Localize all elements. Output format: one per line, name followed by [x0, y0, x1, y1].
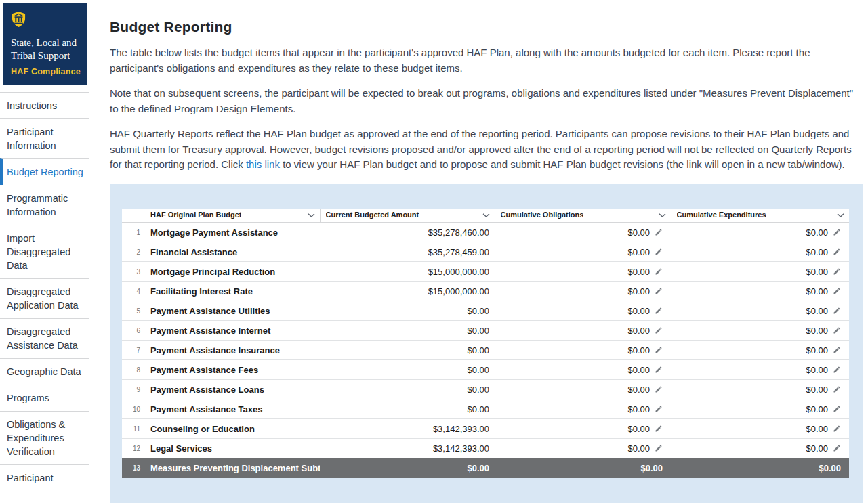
cumulative-obligations-value: $0.00	[627, 424, 650, 434]
budget-item-name: Payment Assistance Loans	[144, 380, 320, 399]
column-header-4[interactable]: Cumulative Expenditures	[671, 209, 849, 223]
column-header-2[interactable]: Current Budgeted Amount	[320, 209, 495, 223]
edit-pencil-icon[interactable]	[655, 326, 663, 334]
edit-pencil-icon[interactable]	[655, 287, 663, 295]
edit-pencil-icon[interactable]	[833, 444, 841, 452]
row-number: 7	[122, 341, 144, 360]
budget-row: 2Financial Assistance$35,278,459.00$0.00…	[122, 242, 849, 262]
cumulative-obligations-value: $0.00	[627, 365, 650, 375]
column-header-1[interactable]: HAF Original Plan Budget	[122, 209, 320, 223]
cumulative-expenditures-cell: $0.00	[671, 399, 849, 419]
current-budgeted-amount: $0.00	[320, 458, 495, 478]
cumulative-expenditures-value: $0.00	[806, 306, 828, 316]
cumulative-expenditures-value: $0.00	[806, 404, 828, 414]
sidebar-item-disaggregated-application-data[interactable]: Disaggregated Application Data	[0, 278, 89, 318]
cumulative-expenditures-value: $0.00	[806, 443, 828, 454]
row-number: 6	[122, 321, 144, 341]
sidebar-item-participant[interactable]: Participant	[0, 464, 89, 491]
budget-item-name: Legal Services	[144, 439, 320, 458]
row-number: 9	[122, 380, 144, 399]
edit-pencil-icon[interactable]	[833, 346, 841, 354]
edit-pencil-icon[interactable]	[833, 307, 841, 315]
row-number: 13	[122, 458, 144, 478]
budget-item-name: Payment Assistance Internet	[144, 321, 320, 341]
edit-pencil-icon[interactable]	[655, 248, 663, 256]
cumulative-obligations-cell: $0.00	[495, 262, 671, 282]
edit-pencil-icon[interactable]	[833, 405, 841, 413]
edit-pencil-icon[interactable]	[833, 385, 841, 393]
cumulative-obligations-cell: $0.00	[495, 360, 671, 380]
edit-pencil-icon[interactable]	[833, 326, 841, 334]
budget-item-name: Mortgage Payment Assistance	[144, 223, 320, 242]
budget-row: 1Mortgage Payment Assistance$35,278,460.…	[122, 223, 849, 242]
chevron-down-icon[interactable]	[308, 213, 315, 217]
current-budgeted-amount: $0.00	[320, 360, 495, 380]
table-header-row: HAF Original Plan BudgetCurrent Budgeted…	[122, 209, 849, 223]
cumulative-obligations-value: $0.00	[627, 227, 650, 238]
edit-pencil-icon[interactable]	[833, 267, 841, 276]
edit-pencil-icon[interactable]	[833, 366, 841, 374]
column-header-3[interactable]: Cumulative Obligations	[495, 209, 671, 223]
budget-row: 3Mortgage Principal Reduction$15,000,000…	[122, 262, 849, 282]
budget-row: 10Payment Assistance Taxes$0.00$0.00$0.0…	[122, 399, 849, 419]
edit-pencil-icon[interactable]	[655, 307, 663, 315]
sidebar-item-programs[interactable]: Programs	[0, 385, 89, 411]
cumulative-obligations-cell: $0.00	[495, 321, 671, 341]
sidebar-item-geographic-data[interactable]: Geographic Data	[0, 358, 89, 385]
edit-pencil-icon[interactable]	[833, 228, 841, 236]
budget-table: HAF Original Plan BudgetCurrent Budgeted…	[122, 209, 849, 479]
cumulative-expenditures-value: $0.00	[806, 345, 828, 355]
current-budgeted-amount: $3,142,393.00	[320, 439, 495, 458]
cumulative-obligations-cell: $0.00	[495, 419, 671, 439]
edit-pencil-icon[interactable]	[655, 346, 663, 354]
intro-paragraph: The table below lists the budget items t…	[110, 45, 863, 76]
cumulative-obligations-value: $0.00	[627, 247, 650, 257]
budget-row: 5Payment Assistance Utilities$0.00$0.00$…	[122, 301, 849, 321]
budget-table-head: HAF Original Plan BudgetCurrent Budgeted…	[122, 209, 849, 223]
page-title: Budget Reporting	[110, 19, 863, 35]
chevron-down-icon[interactable]	[659, 213, 666, 217]
sidebar-item-budget-reporting[interactable]: Budget Reporting	[0, 158, 89, 185]
cumulative-expenditures-value: $0.00	[806, 365, 828, 375]
current-budgeted-amount: $15,000,000.00	[320, 282, 495, 301]
edit-pencil-icon[interactable]	[655, 444, 663, 452]
cumulative-expenditures-cell: $0.00	[671, 341, 849, 360]
sidebar-item-participant-information[interactable]: Participant Information	[0, 118, 89, 158]
current-budgeted-amount: $35,278,459.00	[320, 242, 495, 262]
cumulative-obligations-cell: $0.00	[495, 242, 671, 262]
edit-pencil-icon[interactable]	[655, 228, 663, 236]
cumulative-obligations-cell: $0.00	[495, 380, 671, 399]
current-budgeted-amount: $0.00	[320, 399, 495, 419]
sidebar-item-programmatic-information[interactable]: Programmatic Information	[0, 185, 89, 225]
cumulative-expenditures-value: $0.00	[806, 227, 828, 238]
sidebar-item-disaggregated-assistance-data[interactable]: Disaggregated Assistance Data	[0, 318, 89, 358]
main-content: Budget Reporting The table below lists t…	[89, 0, 868, 503]
edit-pencil-icon[interactable]	[833, 287, 841, 295]
edit-pencil-icon[interactable]	[655, 366, 663, 374]
sidebar: State, Local and Tribal Support HAF Comp…	[0, 0, 89, 503]
sidebar-item-obligations-expenditures-verification[interactable]: Obligations & Expenditures Verification	[0, 411, 89, 464]
brand-card: State, Local and Tribal Support HAF Comp…	[3, 3, 87, 85]
chevron-down-icon[interactable]	[837, 213, 844, 217]
budget-row: 12Legal Services$3,142,393.00$0.00$0.00	[122, 439, 849, 458]
budget-row: 11Counseling or Education$3,142,393.00$0…	[122, 419, 849, 439]
chevron-down-icon[interactable]	[482, 213, 490, 217]
current-budgeted-amount: $0.00	[320, 321, 495, 341]
cumulative-obligations-value: $0.00	[627, 385, 650, 395]
subtotal-row: 13Measures Preventing Displacement Subto…	[122, 458, 849, 478]
edit-pencil-icon[interactable]	[833, 248, 841, 256]
cumulative-expenditures-cell: $0.00	[671, 439, 849, 458]
cumulative-obligations-cell: $0.00	[495, 223, 671, 242]
revision-text-after: to view your HAF Plan budget and to prop…	[280, 158, 845, 170]
sidebar-item-import-disaggregated-data[interactable]: Import Disaggregated Data	[0, 225, 89, 278]
edit-pencil-icon[interactable]	[655, 405, 663, 413]
haf-plan-budget-link[interactable]: this link	[246, 158, 280, 170]
edit-pencil-icon[interactable]	[655, 424, 663, 433]
cumulative-obligations-cell: $0.00	[495, 458, 671, 478]
edit-pencil-icon[interactable]	[655, 267, 663, 276]
edit-pencil-icon[interactable]	[655, 385, 663, 393]
cumulative-obligations-value: $0.00	[640, 463, 663, 473]
note-paragraph: Note that on subsequent screens, the par…	[110, 86, 863, 116]
sidebar-item-instructions[interactable]: Instructions	[0, 92, 89, 118]
edit-pencil-icon[interactable]	[833, 424, 841, 433]
